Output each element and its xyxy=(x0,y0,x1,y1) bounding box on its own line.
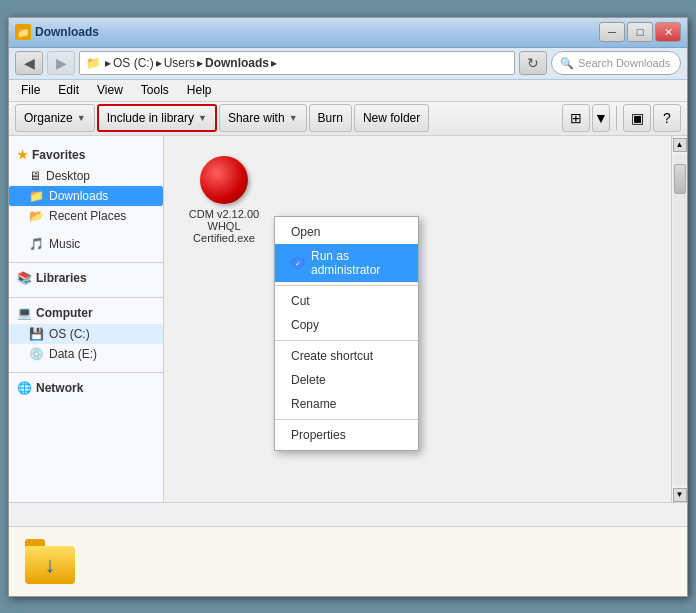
network-section: 🌐 Network xyxy=(9,377,163,399)
file-item-cdm[interactable]: CDM v2.12.00 WHQL Certified.exe xyxy=(184,156,264,244)
open-label: Open xyxy=(291,225,320,239)
window-icon: 📁 xyxy=(15,24,31,40)
refresh-button[interactable]: ↻ xyxy=(519,51,547,75)
path-icon: 📁 xyxy=(86,56,101,70)
ctx-properties[interactable]: Properties xyxy=(275,423,418,447)
desktop-label: Desktop xyxy=(46,169,90,183)
vertical-scrollbar[interactable]: ▲ ▼ xyxy=(671,136,687,502)
ctx-cut[interactable]: Cut xyxy=(275,289,418,313)
sidebar-item-os[interactable]: 💾 OS (C:) xyxy=(9,324,163,344)
sidebar-item-downloads[interactable]: 📁 Downloads xyxy=(9,186,163,206)
delete-label: Delete xyxy=(291,373,326,387)
music-label: Music xyxy=(49,237,80,251)
copy-label: Copy xyxy=(291,318,319,332)
run-as-admin-label: Run as administrator xyxy=(311,249,402,277)
favorites-label: Favorites xyxy=(32,148,85,162)
properties-label: Properties xyxy=(291,428,346,442)
scroll-track[interactable] xyxy=(673,154,687,486)
organize-arrow: ▼ xyxy=(77,113,86,123)
ctx-rename[interactable]: Rename xyxy=(275,392,418,416)
computer-header: 💻 Computer xyxy=(9,302,163,324)
new-folder-label: New folder xyxy=(363,111,420,125)
new-folder-button[interactable]: New folder xyxy=(354,104,429,132)
share-with-button[interactable]: Share with ▼ xyxy=(219,104,307,132)
ctx-delete[interactable]: Delete xyxy=(275,368,418,392)
file-content: CDM v2.12.00 WHQL Certified.exe Open ✓ xyxy=(164,136,671,502)
file-label: CDM v2.12.00 WHQL Certified.exe xyxy=(189,208,259,244)
sidebar-item-recent-places[interactable]: 📂 Recent Places xyxy=(9,206,163,226)
sidebar-item-music[interactable]: 🎵 Music xyxy=(9,234,163,254)
scroll-down-button[interactable]: ▼ xyxy=(673,488,687,502)
recent-places-icon: 📂 xyxy=(29,209,44,223)
sidebar-item-data[interactable]: 💿 Data (E:) xyxy=(9,344,163,364)
ctx-create-shortcut[interactable]: Create shortcut xyxy=(275,344,418,368)
preview-pane-button[interactable]: ▣ xyxy=(623,104,651,132)
ctx-open[interactable]: Open xyxy=(275,220,418,244)
forward-button[interactable]: ▶ xyxy=(47,51,75,75)
scroll-up-button[interactable]: ▲ xyxy=(673,138,687,152)
favorites-section: ★ Favorites 🖥 Desktop 📁 Downloads 📂 Rece… xyxy=(9,144,163,226)
search-icon: 🔍 xyxy=(560,57,574,70)
network-header: 🌐 Network xyxy=(9,377,163,399)
data-disk-icon: 💿 xyxy=(29,347,44,361)
path-sep2: ▸ xyxy=(197,56,203,70)
context-menu: Open ✓ Run as administrator Cut xyxy=(274,216,419,451)
file-area-wrapper: CDM v2.12.00 WHQL Certified.exe Open ✓ xyxy=(164,136,687,502)
cut-label: Cut xyxy=(291,294,310,308)
libraries-label: Libraries xyxy=(36,271,87,285)
ctx-sep-3 xyxy=(275,419,418,420)
svg-text:✓: ✓ xyxy=(295,260,301,267)
ctx-run-as-admin[interactable]: ✓ Run as administrator xyxy=(275,244,418,282)
help-button[interactable]: ? xyxy=(653,104,681,132)
minimize-button[interactable]: ─ xyxy=(599,22,625,42)
favorites-header: ★ Favorites xyxy=(9,144,163,166)
include-library-label: Include in library xyxy=(107,111,194,125)
path-users: Users xyxy=(164,56,195,70)
path-sep1: ▸ xyxy=(156,56,162,70)
status-bar xyxy=(9,502,687,526)
shield-icon: ✓ xyxy=(291,255,305,271)
downloads-icon: 📁 xyxy=(29,189,44,203)
main-content: ★ Favorites 🖥 Desktop 📁 Downloads 📂 Rece… xyxy=(9,136,687,502)
folder-arrow-icon: ↓ xyxy=(45,552,56,578)
sidebar: ★ Favorites 🖥 Desktop 📁 Downloads 📂 Rece… xyxy=(9,136,164,502)
desktop-icon: 🖥 xyxy=(29,169,41,183)
organize-button[interactable]: Organize ▼ xyxy=(15,104,95,132)
back-button[interactable]: ◀ xyxy=(15,51,43,75)
close-button[interactable]: ✕ xyxy=(655,22,681,42)
music-section: 🎵 Music xyxy=(9,234,163,254)
libraries-section: 📚 Libraries xyxy=(9,267,163,289)
burn-button[interactable]: Burn xyxy=(309,104,352,132)
share-with-label: Share with xyxy=(228,111,285,125)
maximize-button[interactable]: □ xyxy=(627,22,653,42)
libraries-header: 📚 Libraries xyxy=(9,267,163,289)
sidebar-divider-3 xyxy=(9,372,163,373)
include-library-button[interactable]: Include in library ▼ xyxy=(97,104,217,132)
ctx-copy[interactable]: Copy xyxy=(275,313,418,337)
sidebar-item-desktop[interactable]: 🖥 Desktop xyxy=(9,166,163,186)
computer-icon: 💻 xyxy=(17,306,32,320)
create-shortcut-label: Create shortcut xyxy=(291,349,373,363)
view-change-button[interactable]: ⊞ xyxy=(562,104,590,132)
favorites-star-icon: ★ xyxy=(17,148,28,162)
organize-label: Organize xyxy=(24,111,73,125)
computer-section: 💻 Computer 💾 OS (C:) 💿 Data (E:) xyxy=(9,302,163,364)
view-arrow-button[interactable]: ▼ xyxy=(592,104,610,132)
network-label: Network xyxy=(36,381,83,395)
menu-edit[interactable]: Edit xyxy=(50,81,87,99)
menu-tools[interactable]: Tools xyxy=(133,81,177,99)
scroll-thumb[interactable] xyxy=(674,164,686,194)
search-box[interactable]: 🔍 Search Downloads xyxy=(551,51,681,75)
window-title: Downloads xyxy=(35,25,99,39)
explorer-window: 📁 Downloads ─ □ ✕ ◀ ▶ 📁 ▸ OS (C:) ▸ User… xyxy=(8,17,688,597)
search-placeholder: Search Downloads xyxy=(578,57,670,69)
sidebar-divider-1 xyxy=(9,262,163,263)
toolbar: Organize ▼ Include in library ▼ Share wi… xyxy=(9,102,687,136)
menu-view[interactable]: View xyxy=(89,81,131,99)
big-folder-icon: ↓ xyxy=(25,539,75,584)
menu-help[interactable]: Help xyxy=(179,81,220,99)
menu-file[interactable]: File xyxy=(13,81,48,99)
os-label: OS (C:) xyxy=(49,327,90,341)
address-path[interactable]: 📁 ▸ OS (C:) ▸ Users ▸ Downloads ▸ xyxy=(79,51,515,75)
ctx-sep-1 xyxy=(275,285,418,286)
